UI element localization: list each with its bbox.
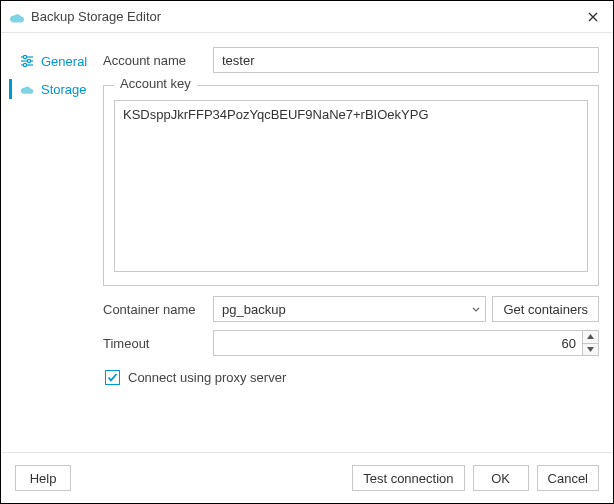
sidebar-item-general[interactable]: General (1, 49, 103, 73)
close-button[interactable] (583, 7, 603, 27)
cancel-button[interactable]: Cancel (537, 465, 599, 491)
proxy-checkbox[interactable] (105, 370, 120, 385)
account-name-label: Account name (103, 53, 213, 68)
svg-point-3 (27, 59, 30, 62)
backup-storage-editor-window: Backup Storage Editor General (0, 0, 614, 504)
spin-buttons (582, 331, 598, 355)
container-row: Container name Get containers (103, 296, 599, 322)
account-name-row: Account name (103, 47, 599, 73)
help-button[interactable]: Help (15, 465, 71, 491)
cloud-icon (19, 81, 35, 97)
svg-point-5 (23, 63, 26, 66)
get-containers-button[interactable]: Get containers (492, 296, 599, 322)
sidebar-item-label: General (41, 54, 87, 69)
svg-point-1 (23, 55, 26, 58)
ok-button[interactable]: OK (473, 465, 529, 491)
timeout-input[interactable] (214, 331, 582, 355)
body: General Storage Account name Account key… (1, 33, 613, 452)
main-panel: Account name Account key Container name … (103, 47, 599, 452)
footer: Help Test connection OK Cancel (1, 452, 613, 503)
account-key-textarea[interactable] (114, 100, 588, 272)
sliders-icon (19, 53, 35, 69)
sidebar-item-storage[interactable]: Storage (1, 77, 103, 101)
window-title: Backup Storage Editor (31, 9, 583, 24)
test-connection-button[interactable]: Test connection (352, 465, 464, 491)
spin-up-button[interactable] (583, 331, 598, 343)
container-label: Container name (103, 302, 213, 317)
sidebar: General Storage (1, 47, 103, 452)
account-name-input[interactable] (213, 47, 599, 73)
account-key-label: Account key (114, 76, 197, 91)
timeout-spinner (213, 330, 599, 356)
spin-down-button[interactable] (583, 343, 598, 356)
titlebar: Backup Storage Editor (1, 1, 613, 33)
proxy-label: Connect using proxy server (128, 370, 286, 385)
timeout-row: Timeout (103, 330, 599, 356)
cloud-icon (9, 9, 25, 25)
account-key-fieldset: Account key (103, 85, 599, 286)
container-combo[interactable] (213, 296, 486, 322)
proxy-row: Connect using proxy server (105, 370, 599, 385)
sidebar-item-label: Storage (41, 82, 87, 97)
timeout-label: Timeout (103, 336, 213, 351)
container-combo-wrap (213, 296, 486, 322)
